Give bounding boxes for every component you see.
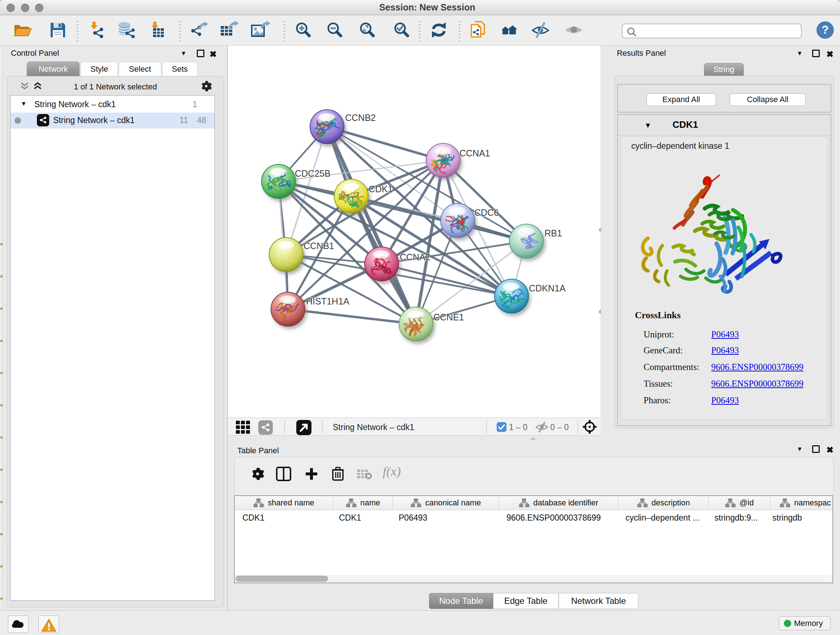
- svg-text:CCNB1: CCNB1: [303, 241, 334, 251]
- svg-text:RB1: RB1: [545, 228, 562, 238]
- svg-text:CDC6: CDC6: [474, 207, 499, 218]
- svg-text:CCNA2: CCNA2: [400, 252, 431, 262]
- svg-text:CCNE1: CCNE1: [433, 312, 464, 322]
- svg-text:?: ?: [821, 23, 829, 36]
- svg-text:CDC25B: CDC25B: [295, 168, 331, 179]
- svg-text:CDKN1A: CDKN1A: [529, 283, 566, 293]
- svg-text:CCNA1: CCNA1: [459, 148, 490, 158]
- svg-text:HIST1H1A: HIST1H1A: [306, 296, 349, 306]
- svg-text:CDK1: CDK1: [369, 184, 393, 194]
- svg-text:CCNB2: CCNB2: [345, 112, 376, 123]
